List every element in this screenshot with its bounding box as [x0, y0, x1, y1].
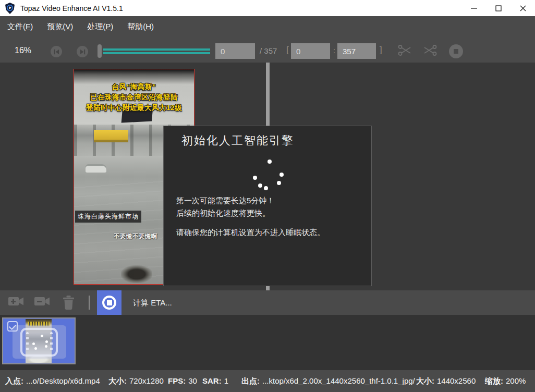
spinner-dot	[279, 173, 284, 177]
init-engine-dialog: 初始化人工智能引擎 第一次可能需要长达5分钟！ 后续的初始化速度将更快。 请确保…	[163, 126, 372, 286]
menu-help[interactable]: 帮助(H)	[127, 22, 154, 32]
total-frames-label: / 357	[260, 46, 277, 55]
trim-separator: :	[333, 46, 335, 55]
dialog-line-3: 请确保您的计算机设置为不进入睡眠状态。	[176, 226, 325, 239]
thumbnail-spinner-dot	[34, 347, 37, 350]
dialog-title: 初始化人工智能引擎	[181, 133, 294, 149]
status-input-path: 入点:...o/Desktop/x6d.mp4	[5, 376, 100, 386]
skip-to-start-button[interactable]	[51, 46, 62, 57]
film-perforation-right	[50, 332, 53, 352]
spinner-dot	[277, 181, 281, 185]
add-video-button[interactable]	[8, 296, 24, 309]
maximize-button[interactable]	[486, 0, 510, 16]
trim-bracket-open: [	[286, 45, 289, 55]
dialog-line-1: 第一次可能需要长达5分钟！	[176, 194, 325, 207]
thumbnail-spinner-dot	[32, 342, 35, 345]
status-output-size: 大小:1440x2560	[416, 376, 476, 386]
trim-out-scissors-icon[interactable]	[423, 44, 437, 59]
spinner-dot	[253, 176, 257, 180]
status-fps: FPS:30	[168, 376, 197, 385]
thumbnail-spinner-dot	[45, 340, 48, 343]
trim-end-input[interactable]	[337, 43, 376, 59]
status-sar: SAR:1	[202, 376, 228, 385]
video-location-caption: 珠海白藤头海鲜市场	[75, 211, 141, 223]
dialog-line-2: 后续的初始化速度将更快。	[176, 207, 325, 219]
video-yellow-truck	[94, 130, 128, 142]
video-overlay-title: 台风“海高斯” 已在珠海市金湾区沿海登陆 登陆时中心附近最大风力12级	[74, 82, 194, 113]
delete-video-button[interactable]	[62, 296, 75, 312]
menu-process[interactable]: 处理(P)	[87, 22, 113, 32]
playback-toolbar: 16% / 357 [ : ]	[0, 38, 535, 63]
toolbar-divider	[89, 296, 90, 310]
timeline-slider[interactable]	[98, 44, 211, 58]
stop-processing-button[interactable]	[97, 290, 121, 315]
slider-track-bottom	[103, 52, 210, 54]
dialog-spacer	[176, 219, 325, 226]
spinner-dot	[268, 160, 272, 164]
video-white-car	[86, 164, 106, 173]
menu-bar: 文件(F) 预览(V) 处理(P) 帮助(H)	[0, 16, 535, 38]
minimize-button[interactable]	[461, 0, 486, 16]
preview-area: 台风“海高斯” 已在珠海市金湾区沿海登陆 登陆时中心附近最大风力12级 珠海白藤…	[0, 63, 535, 290]
dialog-message: 第一次可能需要长达5分钟！ 后续的初始化速度将更快。 请确保您的计算机设置为不进…	[176, 194, 325, 239]
window-controls	[461, 0, 535, 16]
status-bar: 入点:...o/Desktop/x6d.mp4 大小:720x1280 FPS:…	[0, 370, 535, 392]
slider-track-top	[103, 48, 210, 51]
current-frame-input[interactable]	[215, 43, 255, 59]
remove-video-button[interactable]	[34, 296, 50, 309]
menu-file[interactable]: 文件(F)	[7, 22, 33, 32]
app-window: Topaz Video Enhance AI V1.5.1 文件(F) 预览(V…	[0, 0, 535, 392]
thumbnail-checkbox[interactable]	[7, 321, 18, 332]
window-title: Topaz Video Enhance AI V1.5.1	[20, 4, 123, 13]
close-button[interactable]	[510, 0, 535, 16]
thumbnail-spinner-dot	[41, 335, 43, 337]
app-logo-icon	[5, 3, 15, 14]
process-toolbar: 计算 ETA...	[0, 290, 535, 315]
status-output-path: 出点:...ktop/x6d_2.00x_1440x2560_thf-1.0.1…	[241, 376, 415, 386]
stop-playback-icon[interactable]	[449, 44, 463, 58]
slider-handle[interactable]	[98, 44, 102, 58]
trim-start-input[interactable]	[291, 43, 330, 59]
title-bar: Topaz Video Enhance AI V1.5.1	[0, 0, 535, 16]
status-scale: 缩放:200%	[485, 376, 526, 386]
video-speech-caption: 不要慌不要慌啊	[114, 232, 157, 240]
trim-in-scissors-icon[interactable]	[398, 44, 412, 59]
status-input-size: 大小:720x1280	[108, 376, 164, 386]
thumbnail-strip	[0, 315, 535, 370]
spinner-dot	[258, 183, 262, 188]
trim-bracket-close: ]	[380, 45, 382, 55]
spinner-dot	[264, 186, 268, 190]
zoom-level: 16%	[15, 46, 31, 55]
film-perforation-left	[26, 332, 29, 352]
stop-icon	[102, 296, 116, 310]
video-debris	[121, 265, 152, 283]
video-thumbnail-selected[interactable]	[2, 317, 76, 364]
skip-to-end-button[interactable]	[77, 46, 88, 57]
eta-label: 计算 ETA...	[133, 298, 172, 308]
thumbnail-spinner-dot	[45, 345, 47, 348]
menu-preview[interactable]: 预览(V)	[47, 22, 73, 32]
